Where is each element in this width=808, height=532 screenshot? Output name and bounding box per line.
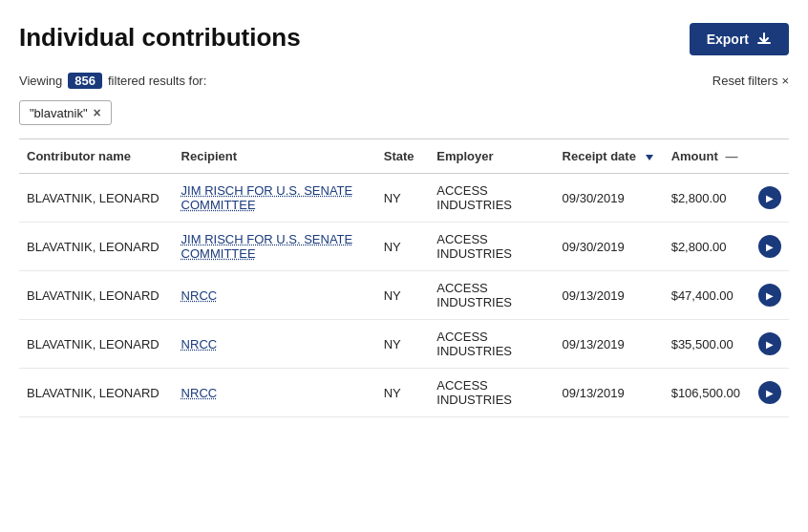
table-header-row: Contributor name Recipient State Employe… <box>19 139 789 174</box>
recipient-cell: NRCC <box>174 369 376 417</box>
receipt-date-cell: 09/13/2019 <box>555 320 664 369</box>
action-cell: ▶ <box>751 320 789 369</box>
table-row: BLAVATNIK, LEONARD NRCC NY ACCESSINDUSTR… <box>19 369 789 417</box>
state-cell: NY <box>376 271 430 320</box>
amount-cell: $2,800.00 <box>664 174 751 223</box>
recipient-link[interactable]: NRCC <box>181 337 218 351</box>
recipient-link[interactable]: NRCC <box>181 288 218 303</box>
table-row: BLAVATNIK, LEONARD JIM RISCH FOR U.S. SE… <box>19 223 789 271</box>
sort-icon <box>644 152 655 163</box>
contributor-name-cell: BLAVATNIK, LEONARD <box>19 271 174 320</box>
contributor-name-cell: BLAVATNIK, LEONARD <box>19 223 174 271</box>
recipient-cell: NRCC <box>174 271 376 320</box>
receipt-date-cell: 09/13/2019 <box>555 369 664 417</box>
table-row: BLAVATNIK, LEONARD JIM RISCH FOR U.S. SE… <box>19 174 789 223</box>
state-cell: NY <box>376 369 430 417</box>
export-icon <box>756 32 772 47</box>
recipient-cell: JIM RISCH FOR U.S. SENATE COMMITTEE <box>174 174 376 223</box>
state-cell: NY <box>376 320 430 369</box>
reset-filters-link[interactable]: Reset filters × <box>712 74 789 88</box>
filter-row: Viewing 856 filtered results for: Reset … <box>19 73 789 89</box>
row-detail-button[interactable]: ▶ <box>758 332 781 355</box>
receipt-date-label: Receipt date <box>563 149 636 163</box>
amount-dash: — <box>725 149 737 163</box>
state-cell: NY <box>376 174 430 223</box>
contributor-name-cell: BLAVATNIK, LEONARD <box>19 369 174 417</box>
col-recipient: Recipient <box>174 139 376 174</box>
reset-filters-label: Reset filters <box>712 74 778 88</box>
page-header: Individual contributions Export <box>19 23 789 55</box>
svg-marker-0 <box>646 155 653 160</box>
recipient-link[interactable]: NRCC <box>181 386 218 400</box>
col-contributor-name: Contributor name <box>19 139 174 174</box>
viewing-suffix: filtered results for: <box>108 74 206 88</box>
filter-tags-container: "blavatnik" × <box>19 100 789 125</box>
employer-cell: ACCESSINDUSTRIES <box>429 174 554 223</box>
col-receipt-date[interactable]: Receipt date <box>555 139 664 174</box>
page-title: Individual contributions <box>19 23 301 53</box>
contributions-table: Contributor name Recipient State Employe… <box>19 138 789 417</box>
export-button[interactable]: Export <box>690 23 789 55</box>
col-action <box>751 139 789 174</box>
employer-cell: ACCESSINDUSTRIES <box>429 320 554 369</box>
employer-cell: ACCESSINDUSTRIES <box>429 271 554 320</box>
col-employer: Employer <box>429 139 554 174</box>
amount-cell: $35,500.00 <box>664 320 751 369</box>
remove-filter-icon[interactable]: × <box>94 105 101 120</box>
action-cell: ▶ <box>751 369 789 417</box>
table-row: BLAVATNIK, LEONARD NRCC NY ACCESSINDUSTR… <box>19 320 789 369</box>
contributor-name-cell: BLAVATNIK, LEONARD <box>19 320 174 369</box>
row-detail-button[interactable]: ▶ <box>758 235 781 258</box>
table-row: BLAVATNIK, LEONARD NRCC NY ACCESSINDUSTR… <box>19 271 789 320</box>
row-detail-button[interactable]: ▶ <box>758 284 781 307</box>
row-detail-button[interactable]: ▶ <box>758 381 781 404</box>
viewing-prefix: Viewing <box>19 74 62 88</box>
amount-cell: $47,400.00 <box>664 271 751 320</box>
col-state: State <box>376 139 430 174</box>
filter-tag-blavatnik: "blavatnik" × <box>19 100 112 125</box>
col-amount: Amount — <box>664 139 751 174</box>
recipient-link[interactable]: JIM RISCH FOR U.S. SENATE COMMITTEE <box>181 183 353 212</box>
amount-cell: $2,800.00 <box>664 223 751 271</box>
viewing-text: Viewing 856 filtered results for: <box>19 73 206 89</box>
amount-label: Amount <box>671 149 718 163</box>
result-count-badge: 856 <box>68 73 102 89</box>
state-cell: NY <box>376 223 430 271</box>
action-cell: ▶ <box>751 223 789 271</box>
row-detail-button[interactable]: ▶ <box>758 186 781 209</box>
action-cell: ▶ <box>751 174 789 223</box>
contributor-name-cell: BLAVATNIK, LEONARD <box>19 174 174 223</box>
recipient-link[interactable]: JIM RISCH FOR U.S. SENATE COMMITTEE <box>181 232 353 261</box>
filter-tag-value: "blavatnik" <box>30 106 88 120</box>
recipient-cell: JIM RISCH FOR U.S. SENATE COMMITTEE <box>174 223 376 271</box>
amount-cell: $106,500.00 <box>664 369 751 417</box>
employer-cell: ACCESSINDUSTRIES <box>429 223 554 271</box>
reset-filters-icon: × <box>781 74 789 88</box>
receipt-date-cell: 09/30/2019 <box>555 223 664 271</box>
action-cell: ▶ <box>751 271 789 320</box>
employer-cell: ACCESSINDUSTRIES <box>429 369 554 417</box>
receipt-date-cell: 09/13/2019 <box>555 271 664 320</box>
recipient-cell: NRCC <box>174 320 376 369</box>
export-label: Export <box>707 32 749 47</box>
receipt-date-cell: 09/30/2019 <box>555 174 664 223</box>
